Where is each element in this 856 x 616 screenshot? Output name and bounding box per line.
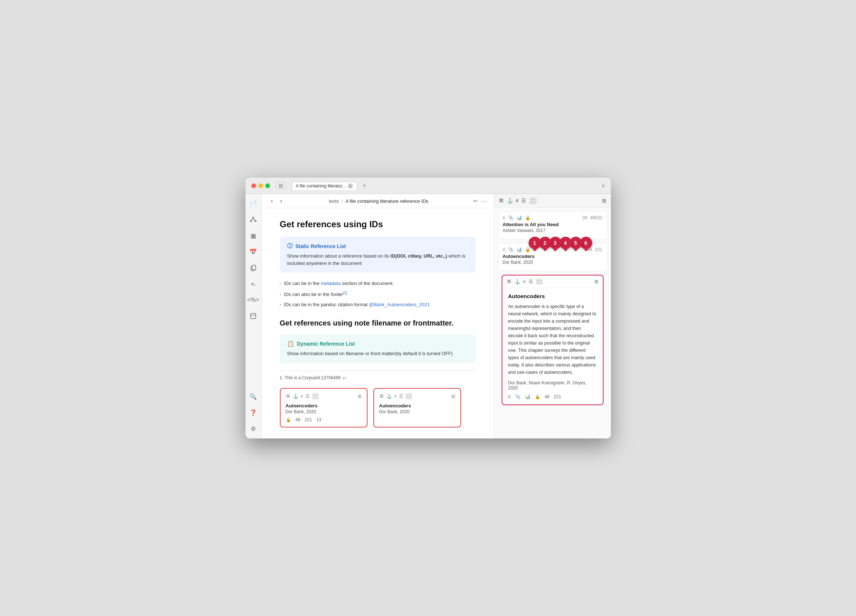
rli2-count2: 221	[595, 247, 602, 252]
ref-card-1-author: Dor Bank, 2020	[286, 409, 362, 414]
list-item: IDs can also be in the footer[1]	[280, 290, 476, 298]
chart-icon: 📊	[517, 215, 522, 220]
new-tab-button[interactable]: +	[360, 181, 369, 190]
footnote-item: 1. This is a CorpusId:13756489 ↩	[280, 375, 476, 381]
traffic-lights	[251, 183, 270, 188]
footnote-text: 1. This is a CorpusId:13756489	[280, 375, 341, 380]
bullet-list: IDs can be in the metadata section of th…	[280, 280, 476, 308]
sidebar-icon-search[interactable]: 🔍	[248, 392, 258, 402]
minimize-button[interactable]	[258, 183, 263, 188]
sidebar-icon-template[interactable]	[248, 311, 258, 321]
copy-icon: ⎘	[503, 247, 505, 252]
dynamic-ref-desc: Show information based on filename or fr…	[287, 350, 468, 357]
layout-icon: ⊞	[451, 394, 455, 399]
ref-card-2-toolbar: ⌘ ⚓ # ☰ ⬚ ⊞	[379, 393, 455, 399]
dp-stat-count1: 48	[545, 394, 550, 399]
ref-list-item-2-author: Dor Bank, 2020	[503, 260, 602, 265]
ref-card-1-title: Autoencoders	[286, 403, 362, 408]
breadcrumb: tests / A file containing literature ref…	[287, 199, 470, 204]
rp-layout-icon: ⊞	[602, 198, 607, 203]
document-area: ‹ › tests / A file containing literature…	[262, 194, 494, 438]
link-icon: ⌘	[379, 394, 384, 399]
list-icon: ☰	[399, 394, 403, 399]
sidebar-icon-terminal[interactable]	[248, 279, 258, 289]
ref-card-2: ⌘ ⚓ # ☰ ⬚ ⊞ Autoencoders Dor Bank, 2020	[373, 388, 461, 428]
svg-line-3	[251, 219, 253, 220]
dynamic-ref-callout: 📋 Dynamic Reference List Show informatio…	[280, 335, 476, 363]
sidebar-icon-calendar[interactable]: 📅	[248, 246, 258, 257]
dp-chart-icon: 📊	[525, 394, 531, 399]
frame-icon: ⬚	[312, 393, 319, 399]
dp-link-icon: ⌘	[507, 279, 511, 284]
frame-icon: ⬚	[405, 393, 412, 399]
rp-anchor-icon: ⚓	[507, 198, 513, 203]
active-tab[interactable]: A file containing literatur... ×	[292, 182, 357, 190]
heading2: Get references using note filename or fr…	[280, 319, 476, 327]
ref-list-item-1-author: Ashish Vaswani, 2017	[503, 228, 602, 233]
svg-rect-6	[252, 265, 256, 270]
tab-title: A file containing literatur...	[296, 183, 346, 188]
anchor-icon: ⚓	[293, 394, 299, 399]
sidebar-icon-code[interactable]: <%>	[248, 295, 258, 305]
info-icon: ⓘ	[287, 243, 293, 249]
footnote-sup: [1]	[343, 291, 347, 295]
svg-point-0	[252, 217, 254, 219]
app-window: ▤ A file containing literatur... × + ∨ 📄…	[245, 177, 611, 438]
right-panel: ⌘ ⚓ # ☰ ⬚ ⊞ ⎘ 📎 📊 🔒 39	[494, 194, 611, 438]
edit-button[interactable]: ✏	[473, 198, 478, 205]
layout-icon: ⊞	[358, 394, 362, 399]
left-sidebar: 📄 ▦ 📅	[245, 194, 262, 438]
hash-icon: #	[301, 394, 303, 399]
doc-icon: 📋	[287, 340, 294, 347]
ref-list-item-1-title: Attention is All you Need	[503, 222, 602, 227]
detail-panel-content: Autoencoders An autoencoder is a specifi…	[502, 288, 603, 405]
nav-back-button[interactable]: ‹	[269, 197, 275, 205]
link-icon: ⌘	[286, 394, 291, 399]
detail-panel: ⌘ ⚓ # ☰ ⬚ ⊞ Autoencoders An autoencoder …	[502, 275, 604, 405]
dp-copy-icon: ⎘	[508, 394, 511, 399]
static-ref-title: ⓘ Static Reference List	[287, 243, 468, 249]
anchor-icon: ⚓	[386, 394, 392, 399]
arrow-redirect-icon: ↩	[343, 375, 347, 381]
ref-card-1: ⌘ ⚓ # ☰ ⬚ ⊞ Autoencoders Dor Bank, 2020 …	[280, 388, 368, 428]
static-ref-callout: ⓘ Static Reference List Show information…	[280, 237, 476, 273]
ref-list-item-2-title: Autoencoders	[503, 254, 602, 259]
sidebar-icon-help[interactable]: ❓	[248, 408, 258, 418]
svg-point-2	[255, 220, 256, 222]
ref-list-area: ⎘ 📎 📊 🔒 39 48632 Attention is All you Ne…	[494, 208, 611, 438]
stat-count3: 13	[316, 417, 321, 422]
sidebar-icon-copy[interactable]	[248, 263, 258, 273]
sidebar-icon-settings[interactable]: ⚙	[248, 424, 258, 434]
sidebar-toggle-button[interactable]: ▤	[276, 182, 286, 189]
ref-list-item-2: ⎘ 📎 📊 🔒 48 221 Autoencoders Dor Bank, 20…	[498, 243, 607, 271]
lock-icon: 🔒	[286, 417, 291, 422]
citation-link[interactable]: @Bank_Autoencoders_2021	[369, 302, 430, 307]
rp-frame-icon[interactable]: ⬚	[529, 197, 537, 204]
heading1: Get references using IDs	[280, 219, 476, 229]
svg-line-4	[253, 219, 256, 220]
nav-forward-button[interactable]: ›	[278, 197, 284, 205]
rp-hash-icon: #	[516, 198, 519, 203]
sidebar-icon-grid[interactable]: ▦	[248, 231, 258, 241]
more-options-button[interactable]: ⋯	[481, 198, 487, 205]
detail-panel-authors: Dor Bank, Noam Koenigstein, R. Giryes, 2…	[508, 380, 597, 391]
rp-list-icon: ☰	[521, 198, 526, 203]
stat-count1: 48	[296, 417, 300, 422]
breadcrumb-separator: /	[342, 199, 343, 204]
maximize-button[interactable]	[265, 183, 270, 188]
dp-layout-icon: ⊞	[594, 279, 599, 284]
copy-icon: ⎘	[503, 215, 505, 220]
detail-panel-title: Autoencoders	[508, 293, 597, 299]
rli-count2: 48632	[590, 215, 602, 220]
bubble-row: 1 2 3 4 5 6	[529, 237, 592, 249]
metadata-link[interactable]: metadata	[321, 280, 340, 286]
svg-point-1	[250, 220, 252, 222]
tab-close-button[interactable]: ×	[348, 183, 353, 188]
footnote-area: 1. This is a CorpusId:13756489 ↩	[280, 371, 476, 381]
title-bar: ▤ A file containing literatur... × + ∨	[245, 177, 611, 194]
sidebar-icon-document[interactable]: 📄	[248, 199, 258, 209]
doc-toolbar: ‹ › tests / A file containing literature…	[262, 194, 494, 208]
dp-hash-icon: #	[523, 279, 526, 284]
close-button[interactable]	[251, 183, 256, 188]
sidebar-icon-graph[interactable]	[248, 214, 258, 225]
